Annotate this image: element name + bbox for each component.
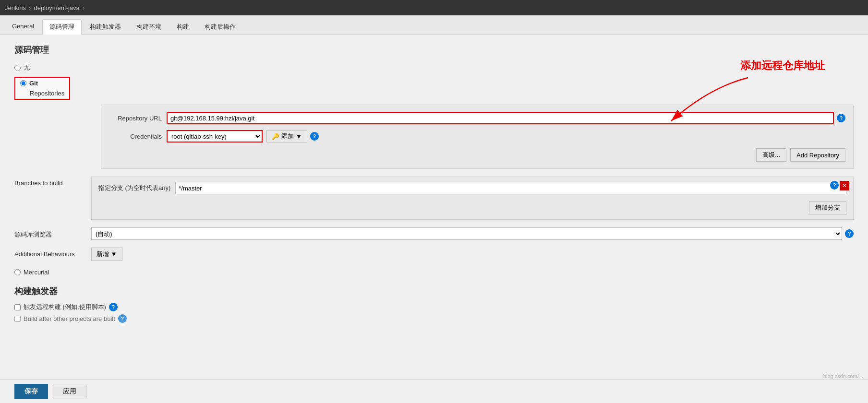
branches-label: Branches to build (14, 177, 91, 187)
credentials-inner: root (qitlab-ssh-key) 🔑 添加 ▼ (167, 130, 307, 142)
branch-input[interactable] (175, 182, 846, 194)
behaviours-content: 新增 ▼ (91, 248, 122, 261)
repo-url-input[interactable] (167, 112, 834, 124)
nav-jenkins[interactable]: Jenkins (5, 4, 26, 12)
add-cred-label: 添加 (281, 132, 294, 141)
trigger-1-row: 触发远程构建 (例如,使用脚本) ? (14, 303, 854, 311)
new-dropdown-icon: ▼ (111, 250, 117, 258)
radio-git-label: Git (29, 80, 38, 87)
tab-env[interactable]: 构建环境 (129, 19, 169, 34)
branch-help[interactable]: ? (830, 181, 839, 190)
trigger-1-label: 触发远程构建 (例如,使用脚本) (24, 303, 106, 311)
trigger-1-help[interactable]: ? (109, 303, 118, 311)
tab-build[interactable]: 构建 (169, 19, 196, 34)
radio-group-scm: 无 Git Repositories (14, 63, 854, 100)
apply-button[interactable]: 应用 (53, 384, 86, 399)
browser-select[interactable]: (自动) (91, 227, 842, 240)
tab-post[interactable]: 构建后操作 (197, 19, 243, 34)
repo-url-row: Repository URL ? (109, 112, 845, 124)
add-credential-button[interactable]: 🔑 添加 ▼ (266, 130, 307, 142)
trigger-2-row: Build after other projects are built ? (14, 314, 854, 323)
bottom-bar: 保存 应用 (0, 379, 868, 399)
credentials-label: Credentials (109, 133, 167, 140)
repo-action-buttons: 高级... Add Repository (109, 148, 845, 162)
mercurial-row: Mercurial (14, 269, 854, 276)
credentials-row: Credentials root (qitlab-ssh-key) 🔑 添加 ▼… (109, 130, 845, 142)
radio-mercurial[interactable] (14, 269, 21, 275)
scm-heading: 源码管理 (14, 44, 854, 56)
new-behaviour-button[interactable]: 新增 ▼ (91, 248, 122, 261)
trigger-1-checkbox[interactable] (14, 304, 21, 310)
nav-sep-2: › (83, 4, 84, 12)
branch-buttons: 增加分支 (98, 198, 846, 214)
repo-url-help[interactable]: ? (837, 114, 845, 122)
key-icon: 🔑 (272, 133, 279, 140)
trigger-2-label: Build after other projects are built (24, 315, 115, 322)
git-option-box: Git Repositories (14, 77, 70, 100)
main-content: 源码管理 添加远程仓库地址 (0, 35, 868, 399)
nav-sep-1: › (29, 4, 31, 12)
watermark: blog.csdn.com/... (823, 373, 863, 379)
nav-project[interactable]: deployment-java (34, 4, 79, 12)
new-label: 新增 (96, 250, 109, 258)
radio-git[interactable] (20, 80, 26, 86)
branches-section-row: Branches to build ✕ ? 指定分支 (为空时代表any) 增加… (14, 177, 854, 220)
tab-general[interactable]: General (5, 19, 41, 34)
browser-help[interactable]: ? (845, 229, 854, 238)
tab-scm[interactable]: 源码管理 (42, 19, 82, 35)
add-branch-button[interactable]: 增加分支 (809, 201, 846, 214)
tab-triggers[interactable]: 构建触发器 (83, 19, 128, 34)
save-button[interactable]: 保存 (14, 384, 48, 399)
advanced-button[interactable]: 高级... (756, 148, 786, 162)
radio-none-option: 无 (14, 63, 854, 72)
browser-content: (自动) ? (91, 227, 854, 240)
behaviours-section-row: Additional Behaviours 新增 ▼ (14, 248, 854, 261)
remove-branch-button[interactable]: ✕ (840, 181, 849, 190)
behaviours-label: Additional Behaviours (14, 248, 91, 258)
trigger-2-help[interactable]: ? (118, 314, 127, 323)
credentials-help[interactable]: ? (310, 132, 319, 141)
build-triggers-heading: 构建触发器 (14, 285, 854, 297)
repo-section: Repository URL ? Credentials root (qitla… (101, 105, 854, 169)
dropdown-arrow-icon: ▼ (296, 133, 302, 140)
top-nav: Jenkins › deployment-java › (0, 0, 868, 15)
radio-none[interactable] (14, 65, 21, 71)
branch-sub-label: 指定分支 (为空时代表any) (98, 184, 170, 192)
trigger-2-checkbox[interactable] (14, 316, 21, 322)
branch-row: 指定分支 (为空时代表any) (98, 182, 846, 194)
add-repository-button[interactable]: Add Repository (790, 148, 845, 162)
browser-label: 源码库浏览器 (14, 227, 91, 239)
branches-content: ✕ ? 指定分支 (为空时代表any) 增加分支 (91, 177, 854, 220)
credentials-select[interactable]: root (qitlab-ssh-key) (167, 130, 263, 142)
repositories-sub-label: Repositories (30, 90, 64, 97)
browser-section-row: 源码库浏览器 (自动) ? (14, 227, 854, 240)
tab-bar: General 源码管理 构建触发器 构建环境 构建 构建后操作 (0, 15, 868, 35)
mercurial-label: Mercurial (24, 269, 49, 276)
repo-url-label: Repository URL (109, 115, 167, 122)
radio-none-label: 无 (24, 63, 30, 72)
radio-git-option: Git (20, 80, 64, 87)
